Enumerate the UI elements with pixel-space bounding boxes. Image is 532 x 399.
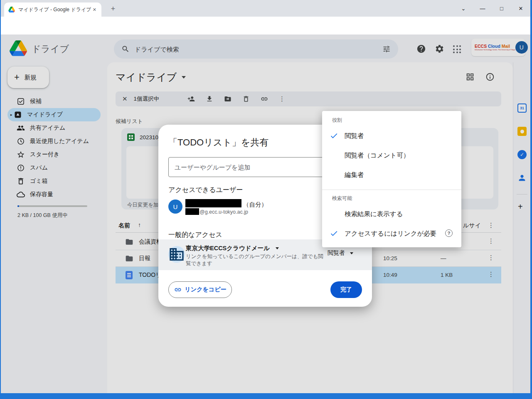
group-access-select[interactable]: 東京大学ECCSクラウドメール [186,244,279,252]
trash-icon [17,177,25,185]
my-drive-icon [14,111,22,119]
divider [517,194,527,195]
spam-icon [17,164,25,172]
list-grid-toggle-icon[interactable] [466,72,475,81]
share-dialog-title: 「TODOリスト」を共有 [168,136,268,149]
desktop: マイドライブ - Google ドライブ ✕ + ⌄ — □ ✕ drive.g… [0,0,532,399]
delete-icon[interactable] [242,95,250,103]
column-settings-icon[interactable]: ⋮ [488,222,494,229]
sidebar-item-spam[interactable]: スパム [7,161,101,175]
browser-tab[interactable]: マイドライブ - Google ドライブ ✕ [4,2,101,17]
contacts-icon[interactable] [517,173,527,182]
redacted-email-user [185,208,199,215]
tasks-icon[interactable]: ✓ [517,150,527,159]
close-button[interactable]: ✕ [511,0,530,17]
clear-selection-icon[interactable]: ✕ [122,95,128,103]
settings-gear-icon[interactable] [435,44,444,54]
owner-avatar: U [168,200,182,214]
tab-close-icon[interactable]: ✕ [91,6,98,13]
link-icon[interactable] [261,95,268,103]
help-icon[interactable] [416,44,426,54]
minimize-button[interactable]: — [473,0,492,17]
role-select[interactable]: 閲覧者 [328,249,353,257]
caret-right-icon[interactable]: ▸ [7,113,13,117]
info-icon[interactable] [485,72,495,81]
row-more-icon[interactable]: ⋮ [488,271,494,278]
folder-icon [125,238,133,246]
general-access-heading: 一般的なアクセス [168,231,222,239]
checkbox-icon [17,97,25,106]
keep-icon[interactable] [517,127,527,136]
account-badge[interactable]: ECCS Cloud Mail Information Technology C… [471,39,525,56]
link-icon [174,286,182,293]
clock-icon [17,137,25,145]
storage-usage-text: 2 KB / 100 GB 使用中 [17,212,68,219]
maximize-button[interactable]: □ [492,0,511,17]
window-chevron-icon[interactable]: ⌄ [454,0,473,17]
name-column-header[interactable]: 名前 [118,222,130,229]
drive-logo[interactable] [10,40,27,56]
dropdown-arrow-icon [276,247,279,249]
move-folder-icon[interactable] [224,95,232,103]
searchable-section-header: 検索可能 [332,195,352,202]
sort-ascending-icon[interactable]: ↑ [138,222,141,228]
sheets-file-icon [127,133,135,141]
owner-self-label: （自分） [243,201,267,209]
row-more-icon[interactable]: ⋮ [488,254,494,261]
menu-item-editor[interactable]: 編集者 [322,165,461,185]
done-button[interactable]: 完了 [330,281,362,298]
people-icon [17,124,25,132]
sidebar-item-trash[interactable]: ゴミ箱 [7,175,101,188]
drive-favicon [8,7,15,12]
menu-item-commenter[interactable]: 閲覧者（コメント可） [322,145,461,165]
google-apps-icon[interactable] [453,45,461,53]
download-icon[interactable] [206,95,213,103]
people-with-access-heading: アクセスできるユーザー [168,186,243,195]
copy-link-button[interactable]: リンクをコピー [168,281,232,298]
sidebar-item-shared[interactable]: 共有アイテム [7,121,101,135]
menu-item-link-required[interactable]: アクセスするにはリンクが必要 ? [322,224,461,243]
star-icon [17,150,25,159]
folder-icon [125,254,133,263]
storage-progress-bar [17,205,87,207]
sidebar-item-storage[interactable]: 保存容量 [7,188,101,201]
eccs-logo: ECCS Cloud Mail Information Technology C… [475,44,515,51]
divider [322,190,461,190]
calendar-icon[interactable]: 31 [517,103,527,113]
row-more-icon[interactable]: ⋮ [488,237,494,245]
search-input[interactable] [135,46,382,53]
drive-search-bar[interactable] [114,39,398,59]
search-options-icon[interactable] [382,45,391,53]
role-section-header: 役割 [332,117,342,124]
new-button[interactable]: + 新規 [7,66,49,88]
role-dropdown-menu: 役割 閲覧者 閲覧者（コメント可） 編集者 検索可能 検索結果に表示する アクセ… [322,111,461,247]
account-avatar[interactable]: U [515,41,528,54]
sidebar-item-starred[interactable]: スター付き [7,148,101,161]
window-controls: ⌄ — □ ✕ [454,0,530,17]
more-actions-icon[interactable]: ⋮ [279,95,286,103]
sidebar-item-suggested[interactable]: 候補 [7,95,101,108]
selection-toolbar: ✕ 1個選択中 ⋮ [116,91,501,106]
redacted-owner-name [185,199,241,207]
sidebar-item-my-drive[interactable]: ▸ マイドライブ [7,108,101,121]
help-icon[interactable]: ? [445,229,453,237]
storage-progress-fill [17,205,19,207]
tab-title: マイドライブ - Google ドライブ [18,6,91,13]
search-icon [121,45,130,53]
plus-icon: + [14,72,20,83]
file-size-column-header[interactable]: ルサイ [463,222,481,229]
new-tab-button[interactable]: + [107,3,119,15]
menu-item-show-in-search[interactable]: 検索結果に表示する [322,204,461,224]
sidebar-item-recent[interactable]: 最近使用したアイテム [7,135,101,148]
group-access-description: リンクを知っているこのグループのメンバーは、誰でも閲 覧できます [186,253,323,267]
check-icon [330,131,338,140]
page-title[interactable]: マイドライブ [116,71,177,84]
page-title-dropdown-icon[interactable] [182,76,186,79]
cloud-icon [17,190,25,199]
browser-titlebar: マイドライブ - Google ドライブ ✕ + ⌄ — □ ✕ [1,0,530,17]
suggested-list-label: 候補リスト [116,118,143,125]
dropdown-arrow-icon [350,252,353,254]
menu-item-viewer[interactable]: 閲覧者 [322,126,461,145]
add-addon-icon[interactable]: + [518,202,523,212]
share-person-add-icon[interactable] [187,95,195,103]
